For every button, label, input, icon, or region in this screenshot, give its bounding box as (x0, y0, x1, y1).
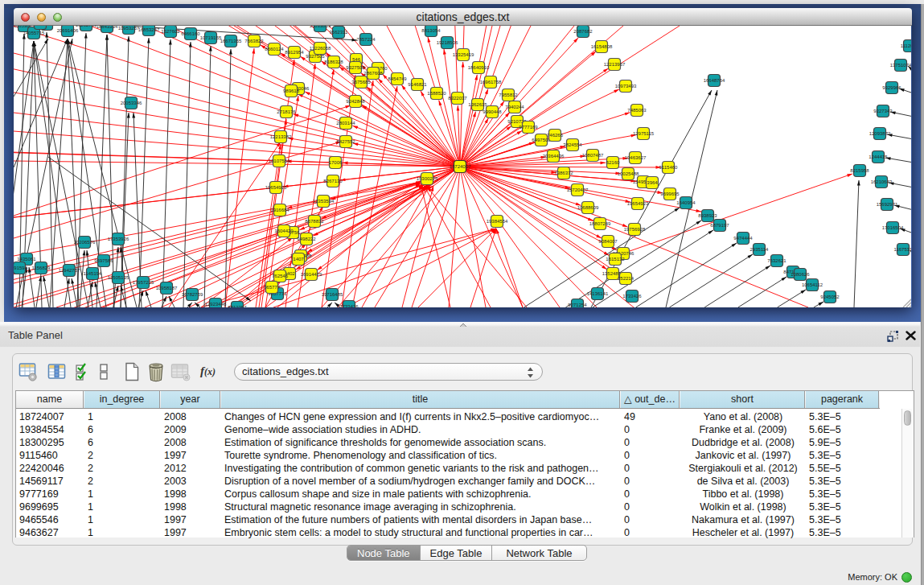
svg-text:6879197: 6879197 (710, 223, 729, 228)
svg-text:9990448: 9990448 (483, 109, 502, 114)
svg-text:1733426: 1733426 (622, 294, 642, 299)
svg-text:12942757: 12942757 (59, 268, 80, 273)
svg-text:1112053: 1112053 (901, 43, 911, 48)
svg-text:17957225: 17957225 (133, 280, 154, 285)
svg-text:8322037: 8322037 (448, 96, 467, 101)
svg-text:7663822: 7663822 (244, 39, 264, 43)
svg-text:9597586: 9597586 (94, 258, 113, 263)
svg-text:12505135: 12505135 (108, 275, 129, 280)
svg-text:18640910: 18640910 (468, 65, 490, 70)
svg-text:8215958: 8215958 (850, 168, 869, 173)
svg-text:17016504: 17016504 (882, 225, 904, 230)
svg-text:746266: 746266 (547, 133, 564, 138)
svg-text:1156829: 1156829 (32, 266, 51, 270)
svg-text:1640954: 1640954 (676, 200, 696, 205)
svg-text:9084007: 9084007 (598, 239, 618, 244)
svg-text:15692971: 15692971 (877, 202, 898, 207)
svg-text:20691406: 20691406 (57, 28, 79, 33)
svg-text:14136141: 14136141 (587, 291, 609, 296)
svg-text:762546: 762546 (272, 274, 289, 278)
svg-text:7940244: 7940244 (505, 105, 524, 109)
svg-text:9699695: 9699695 (660, 192, 680, 196)
svg-text:9327508: 9327508 (346, 65, 365, 70)
svg-text:18807249: 18807249 (589, 221, 611, 226)
svg-text:2803144: 2803144 (336, 121, 355, 126)
svg-text:7386372: 7386372 (554, 171, 573, 175)
svg-text:18724007: 18724007 (450, 164, 471, 169)
svg-text:9474444: 9474444 (733, 236, 753, 241)
svg-text:14055715: 14055715 (23, 31, 45, 35)
svg-text:10654112: 10654112 (802, 282, 823, 287)
svg-text:1080626: 1080626 (791, 272, 810, 277)
svg-text:10807487: 10807487 (582, 153, 604, 158)
svg-text:8812357: 8812357 (228, 305, 247, 307)
svg-text:13226058: 13226058 (310, 46, 331, 51)
svg-text:1527602: 1527602 (161, 29, 180, 34)
svg-text:9227343: 9227343 (873, 109, 893, 113)
svg-text:17353926: 17353926 (108, 237, 129, 241)
svg-text:19654925: 19654925 (265, 185, 287, 190)
svg-text:17006: 17006 (329, 160, 343, 165)
svg-text:12213382: 12213382 (270, 134, 292, 139)
svg-text:12353594: 12353594 (313, 199, 335, 204)
svg-text:16154808: 16154808 (591, 44, 613, 49)
svg-text:1435061: 1435061 (17, 257, 36, 262)
svg-text:10107554: 10107554 (269, 159, 290, 163)
svg-text:9777169: 9777169 (519, 125, 538, 130)
svg-text:8813054: 8813054 (421, 28, 441, 33)
svg-text:8912954: 8912954 (285, 50, 304, 55)
svg-text:9242848: 9242848 (346, 99, 365, 104)
svg-text:16782759: 16782759 (182, 292, 203, 297)
svg-text:6497508: 6497508 (532, 138, 551, 142)
svg-text:12975115: 12975115 (633, 131, 655, 136)
svg-text:16961758: 16961758 (480, 80, 502, 84)
svg-text:19716485: 19716485 (322, 292, 343, 297)
svg-text:8427552: 8427552 (336, 139, 355, 144)
svg-text:9329966: 9329966 (882, 85, 901, 90)
svg-text:252214: 252214 (618, 276, 634, 281)
svg-text:1407: 1407 (293, 257, 304, 262)
svg-text:62160: 62160 (606, 160, 620, 165)
svg-text:2867608: 2867608 (363, 71, 383, 76)
svg-text:3964: 3964 (647, 180, 658, 185)
svg-text:16671355: 16671355 (220, 39, 242, 43)
svg-text:18843334: 18843334 (97, 26, 118, 29)
svg-text:8678832: 8678832 (305, 219, 324, 224)
svg-text:10688609: 10688609 (577, 205, 599, 210)
svg-text:16914479: 16914479 (301, 272, 322, 277)
svg-text:8186328: 8186328 (324, 60, 343, 64)
svg-text:8660124: 8660124 (265, 47, 284, 51)
svg-text:20206576: 20206576 (74, 240, 96, 245)
svg-text:10958187: 10958187 (156, 286, 178, 290)
svg-text:19384554: 19384554 (487, 219, 508, 224)
svg-text:1604420: 1604420 (274, 229, 294, 233)
svg-text:19218506: 19218506 (437, 40, 458, 45)
svg-text:6466160: 6466160 (181, 31, 200, 36)
svg-text:16210643: 16210643 (871, 179, 893, 184)
svg-text:7632621: 7632621 (767, 258, 786, 263)
svg-text:391594: 391594 (14, 266, 28, 270)
svg-text:7733426: 7733426 (339, 304, 359, 307)
svg-text:16033809: 16033809 (310, 26, 331, 28)
svg-text:10953257: 10953257 (118, 26, 140, 31)
svg-text:1615132: 1615132 (606, 257, 625, 262)
svg-text:1244415: 1244415 (869, 154, 888, 159)
svg-text:1145194: 1145194 (84, 271, 103, 276)
svg-text:1167531: 1167531 (894, 247, 911, 252)
svg-text:7955812: 7955812 (499, 93, 518, 97)
svg-text:15300275: 15300275 (417, 176, 438, 181)
svg-text:7857224: 7857224 (356, 37, 376, 42)
svg-text:1916684: 1916684 (270, 208, 290, 212)
svg-text:10025488: 10025488 (618, 171, 639, 176)
svg-text:9245052: 9245052 (820, 295, 840, 299)
svg-text:10973493: 10973493 (615, 84, 637, 89)
svg-text:20053346: 20053346 (121, 101, 142, 105)
svg-text:9115460: 9115460 (659, 165, 679, 170)
svg-text:3675685: 3675685 (351, 80, 371, 84)
svg-text:16648764: 16648764 (704, 78, 725, 83)
svg-text:16262731: 16262731 (76, 26, 97, 27)
svg-text:10719155: 10719155 (200, 35, 222, 40)
svg-text:19756928: 19756928 (624, 227, 646, 232)
svg-text:9327505: 9327505 (306, 54, 325, 59)
svg-text:8267130: 8267130 (323, 179, 343, 183)
